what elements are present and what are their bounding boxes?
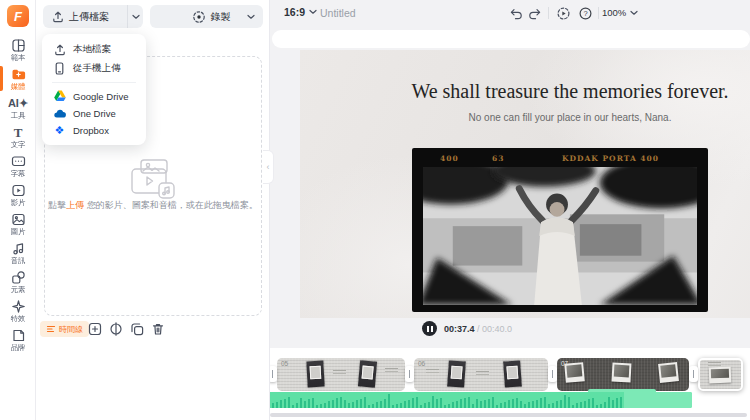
menu-item-label: One Drive bbox=[73, 108, 116, 119]
timeline-mode-badge[interactable]: 時間線 bbox=[40, 321, 89, 337]
media-panel: 上傳檔案 錄製 bbox=[36, 0, 270, 420]
record-button-label: 錄製 bbox=[211, 10, 231, 24]
menu-item-google-drive[interactable]: Google Drive bbox=[42, 87, 146, 105]
clip-number: 05 bbox=[281, 360, 288, 367]
timeline-clip-5[interactable]: 07 bbox=[557, 358, 689, 391]
transition-handle[interactable] bbox=[548, 366, 557, 382]
topbar-divider bbox=[548, 7, 549, 19]
sidebar-item-images[interactable]: 圖片 bbox=[0, 210, 36, 237]
menu-item-upload-from-phone[interactable]: 從手機上傳 bbox=[42, 59, 146, 78]
sidebar-item-templates[interactable]: 範本 bbox=[0, 36, 36, 63]
framed-photo[interactable]: 400 63 KDDAK PORTA 400 bbox=[412, 148, 708, 312]
stage-topbar: 16:9 Untitled ? 100% bbox=[270, 0, 750, 26]
playback-controls: 00:37.4 / 00:40.0 bbox=[422, 321, 512, 336]
panel-collapse-handle[interactable]: ‹ bbox=[263, 150, 274, 184]
chevron-down-icon bbox=[132, 14, 140, 20]
sidebar-item-subtitles[interactable]: 字幕 bbox=[0, 152, 36, 179]
timeline-scrollbar[interactable] bbox=[270, 413, 747, 417]
menu-item-label: 本地檔案 bbox=[73, 43, 111, 56]
split-icon[interactable] bbox=[109, 322, 123, 336]
menu-item-onedrive[interactable]: One Drive bbox=[42, 105, 146, 122]
template-icon bbox=[11, 38, 26, 53]
aspect-ratio-select[interactable]: 16:9 bbox=[284, 6, 317, 18]
sidebar-item-label: 文字 bbox=[11, 140, 26, 148]
sidebar-item-video[interactable]: 影片 bbox=[0, 181, 36, 208]
transition-handle[interactable] bbox=[689, 366, 698, 382]
image-icon bbox=[11, 212, 26, 227]
record-dropdown-toggle[interactable] bbox=[243, 5, 259, 28]
canvas-subline-text[interactable]: No one can fill your place in our hearts… bbox=[300, 112, 750, 123]
clip-number: 07 bbox=[561, 360, 568, 367]
timeline-clip-4[interactable]: 06 bbox=[414, 358, 548, 391]
sidebar-item-label: 媒體 bbox=[11, 82, 26, 90]
rail-items: 範本 媒體 AI✦ 工具 T 文字 字幕 bbox=[0, 36, 36, 355]
screen-record-icon[interactable] bbox=[556, 6, 571, 21]
sidebar-item-label: 圖片 bbox=[11, 227, 26, 235]
subtitle-icon bbox=[11, 154, 26, 169]
effects-icon bbox=[11, 299, 26, 314]
menu-item-dropbox[interactable]: ❖ Dropbox bbox=[42, 122, 146, 139]
svg-text:?: ? bbox=[583, 9, 587, 18]
clip-thumbnail bbox=[709, 367, 732, 384]
duplicate-icon[interactable] bbox=[130, 322, 144, 336]
transition-handle[interactable] bbox=[405, 366, 414, 382]
sidebar-item-label: 特效 bbox=[11, 314, 26, 322]
clip-thumbnail bbox=[447, 360, 466, 387]
ai-tools-icon: AI✦ bbox=[8, 96, 28, 111]
bw-photo-image bbox=[423, 167, 697, 305]
timeline-clip-6-selected[interactable] bbox=[698, 358, 743, 391]
sidebar-item-label: 品牌 bbox=[11, 343, 26, 351]
help-icon[interactable]: ? bbox=[578, 6, 593, 21]
current-time: 00:37.4 bbox=[444, 324, 475, 334]
sidebar-item-ai-tools[interactable]: AI✦ 工具 bbox=[0, 94, 36, 121]
clip-thumbnail bbox=[612, 363, 632, 383]
record-button[interactable]: 錄製 bbox=[150, 5, 263, 28]
audio-fade-overlay bbox=[624, 392, 692, 408]
add-scene-icon[interactable] bbox=[88, 322, 102, 336]
local-upload-icon bbox=[53, 43, 66, 56]
sidebar-item-brand[interactable]: 品牌 bbox=[0, 326, 36, 353]
canvas-headline-text[interactable]: We shall treasure the memories forever. bbox=[300, 80, 750, 103]
project-title[interactable]: Untitled bbox=[320, 7, 356, 19]
upload-dropdown-toggle[interactable] bbox=[127, 5, 143, 28]
film-mark-left: 400 bbox=[440, 154, 459, 163]
menu-item-label: Google Drive bbox=[73, 91, 128, 102]
video-editor-app: F 範本 媒體 AI✦ 工具 T 文字 bbox=[0, 0, 750, 420]
zoom-level-select[interactable]: 100% bbox=[602, 7, 638, 18]
upload-files-button[interactable]: 上傳檔案 bbox=[43, 5, 143, 28]
sidebar-item-elements[interactable]: 元素 bbox=[0, 268, 36, 295]
media-folder-icon bbox=[11, 67, 26, 82]
menu-item-label: Dropbox bbox=[73, 125, 109, 136]
zoom-level-value: 100% bbox=[602, 7, 626, 18]
timeline-tools: 時間線 bbox=[36, 321, 270, 341]
sidebar-item-label: 影片 bbox=[11, 198, 26, 206]
delete-icon[interactable] bbox=[151, 322, 165, 336]
undo-button[interactable] bbox=[508, 6, 523, 21]
sidebar-item-label: 工具 bbox=[11, 111, 26, 119]
sidebar-item-audio[interactable]: 音訊 bbox=[0, 239, 36, 266]
sidebar-item-effects[interactable]: 特效 bbox=[0, 297, 36, 324]
phone-icon bbox=[53, 62, 66, 75]
clip-number: 06 bbox=[418, 360, 425, 367]
left-nav-rail: F 範本 媒體 AI✦ 工具 T 文字 bbox=[0, 0, 36, 420]
redo-button[interactable] bbox=[528, 6, 543, 21]
clip-decoration bbox=[333, 370, 346, 374]
dropzone-upload-link[interactable]: 上傳 bbox=[66, 200, 84, 210]
clip-thumbnail bbox=[306, 361, 324, 388]
topbar-divider bbox=[598, 7, 599, 19]
clip-thumbnail bbox=[503, 360, 522, 387]
text-icon: T bbox=[14, 125, 23, 140]
pause-button[interactable] bbox=[422, 321, 437, 336]
video-preview-canvas[interactable]: We shall treasure the memories forever. … bbox=[300, 50, 750, 318]
chevron-down-icon bbox=[630, 10, 638, 16]
menu-item-local-files[interactable]: 本地檔案 bbox=[42, 40, 146, 59]
timeline-icon bbox=[46, 324, 56, 334]
sidebar-item-media[interactable]: 媒體 bbox=[0, 65, 36, 92]
sidebar-item-text[interactable]: T 文字 bbox=[0, 123, 36, 150]
time-separator: / bbox=[477, 324, 480, 334]
dropbox-icon: ❖ bbox=[53, 125, 66, 136]
timeline-clip-3[interactable]: 05 bbox=[277, 358, 405, 391]
aspect-ratio-value: 16:9 bbox=[284, 6, 305, 18]
chevron-down-icon bbox=[247, 14, 255, 20]
app-logo[interactable]: F bbox=[7, 5, 29, 27]
